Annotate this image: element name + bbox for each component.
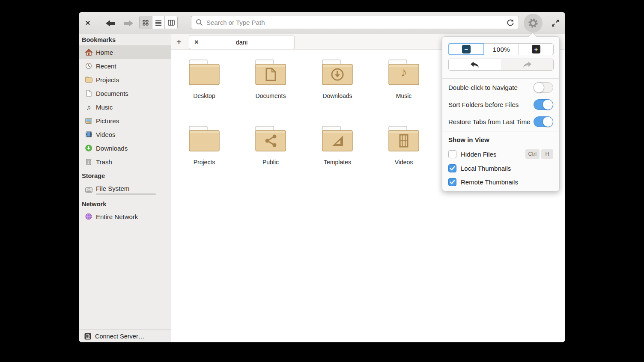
sidebar-item-file-system[interactable]: File System — [79, 181, 171, 199]
shortcut-keys: Ctrl H — [525, 149, 553, 159]
zoom-out-button[interactable]: − — [448, 43, 484, 55]
file-label: Documents — [245, 92, 296, 99]
refresh-button[interactable] — [505, 17, 516, 28]
sidebar-item-entire-network[interactable]: Entire Network — [79, 210, 171, 223]
hidden-files-checkbox[interactable] — [448, 150, 456, 158]
redo-icon — [522, 61, 532, 68]
column-view-button[interactable] — [165, 16, 177, 29]
sidebar-item-label: Recent — [96, 62, 116, 70]
search-input[interactable] — [206, 19, 505, 26]
file-manager-window: ✕ — [79, 12, 565, 342]
sidebar-item-trash[interactable]: Trash — [79, 155, 171, 169]
undo-icon — [470, 61, 480, 68]
file-label: Music — [378, 92, 429, 99]
sidebar-item-label: Entire Network — [96, 213, 138, 220]
connect-server-button[interactable]: Connect Server… — [79, 329, 171, 342]
zoom-out-icon: − — [462, 45, 471, 53]
sidebar-section-network: Network — [79, 199, 171, 210]
menu-item-double-click-navigate[interactable]: Double-click to Navigate — [442, 79, 559, 96]
undo-button[interactable] — [449, 59, 501, 70]
clock-icon — [85, 62, 92, 70]
back-button[interactable] — [104, 16, 117, 30]
sidebar-section-bookmarks: Bookmarks — [79, 34, 171, 45]
toggle-label: Restore Tabs from Last Time — [448, 118, 534, 125]
redo-button[interactable] — [501, 59, 553, 70]
file-item-templates[interactable]: Templates — [312, 125, 363, 166]
local-thumbnails-checkbox[interactable] — [448, 164, 456, 172]
sidebar-item-label: Downloads — [96, 145, 128, 152]
window-close-button[interactable]: ✕ — [81, 16, 94, 30]
file-item-music[interactable]: ♪ Music — [378, 59, 429, 99]
zoom-control: − 100% + — [448, 43, 554, 55]
disk-usage-bar — [96, 193, 156, 195]
view-switcher — [139, 16, 178, 29]
file-label: Videos — [378, 159, 429, 166]
file-item-downloads[interactable]: Downloads — [312, 59, 363, 99]
folder-music-icon: ♪ — [388, 59, 420, 89]
toggle-knob — [543, 99, 553, 110]
sort-folders-toggle[interactable] — [534, 99, 553, 110]
menu-item-local-thumbnails[interactable]: Local Thumbnails — [442, 163, 559, 174]
path-search-bar — [191, 16, 519, 29]
close-icon: ✕ — [85, 19, 91, 27]
zoom-in-button[interactable]: + — [519, 44, 553, 55]
sidebar-item-label: Trash — [96, 158, 112, 166]
folder-templates-icon — [322, 125, 353, 155]
sidebar-item-label: Home — [96, 49, 113, 56]
sidebar-item-home[interactable]: Home — [79, 45, 171, 59]
menu-item-remote-thumbnails[interactable]: Remote Thumbnails — [442, 176, 559, 187]
restore-tabs-toggle[interactable] — [534, 116, 553, 127]
sidebar-item-projects[interactable]: Projects — [79, 73, 171, 86]
menu-item-sort-folders[interactable]: Sort Folders before Files — [442, 96, 559, 113]
file-item-projects[interactable]: Projects — [179, 125, 230, 166]
forward-button[interactable] — [122, 16, 135, 30]
file-label: Desktop — [179, 92, 230, 99]
file-label: Public — [245, 159, 296, 166]
folder-icon — [188, 125, 220, 155]
sidebar-item-pictures[interactable]: Pictures — [79, 114, 171, 128]
grid-view-icon — [142, 19, 149, 27]
file-item-videos[interactable]: Videos — [378, 125, 429, 166]
menu-item-restore-tabs[interactable]: Restore Tabs from Last Time — [442, 113, 559, 130]
tab-close-button[interactable]: ✕ — [189, 39, 204, 45]
undo-redo-control — [448, 59, 554, 71]
settings-popup: − 100% + Double-click to Navigate Sort F… — [442, 36, 560, 191]
sidebar-item-documents[interactable]: Documents — [79, 86, 171, 100]
document-icon — [85, 89, 92, 97]
sidebar-item-label: Videos — [96, 131, 116, 138]
menu-item-hidden-files[interactable]: Hidden Files Ctrl H — [442, 148, 559, 160]
fullscreen-button[interactable] — [549, 16, 562, 30]
gear-icon — [528, 18, 539, 29]
remote-thumbnails-checkbox[interactable] — [448, 178, 456, 186]
sidebar-item-music[interactable]: ♫ Music — [79, 100, 171, 114]
check-icon — [450, 166, 455, 171]
list-view-icon — [155, 19, 162, 27]
list-view-button[interactable] — [152, 16, 165, 29]
folder-downloads-icon — [322, 59, 353, 89]
sidebar-item-label: Documents — [96, 90, 128, 97]
double-click-toggle[interactable] — [534, 82, 553, 93]
new-tab-button[interactable]: + — [172, 36, 186, 48]
zoom-level-button[interactable]: 100% — [484, 44, 519, 55]
plus-icon: + — [176, 37, 182, 47]
search-icon — [196, 19, 203, 26]
grid-view-button[interactable] — [140, 16, 152, 29]
file-item-desktop[interactable]: Desktop — [179, 59, 230, 99]
check-icon — [450, 180, 455, 184]
zoom-level-value: 100% — [493, 46, 510, 53]
trash-icon — [85, 158, 92, 166]
file-label: Downloads — [312, 92, 363, 99]
sidebar-item-recent[interactable]: Recent — [79, 59, 171, 73]
home-icon — [85, 48, 92, 56]
sidebar-item-downloads[interactable]: Downloads — [79, 141, 171, 155]
folder-share-icon — [255, 125, 286, 155]
folder-icon — [85, 76, 92, 83]
folder-videos-icon — [388, 125, 420, 155]
file-item-public[interactable]: Public — [245, 125, 296, 166]
refresh-icon — [507, 19, 514, 27]
settings-menu-button[interactable] — [524, 14, 543, 33]
file-item-documents[interactable]: Documents — [245, 59, 296, 99]
tab-dani[interactable]: ✕ dani — [189, 35, 295, 49]
zoom-in-icon: + — [532, 45, 540, 53]
sidebar-item-videos[interactable]: Videos — [79, 128, 171, 141]
